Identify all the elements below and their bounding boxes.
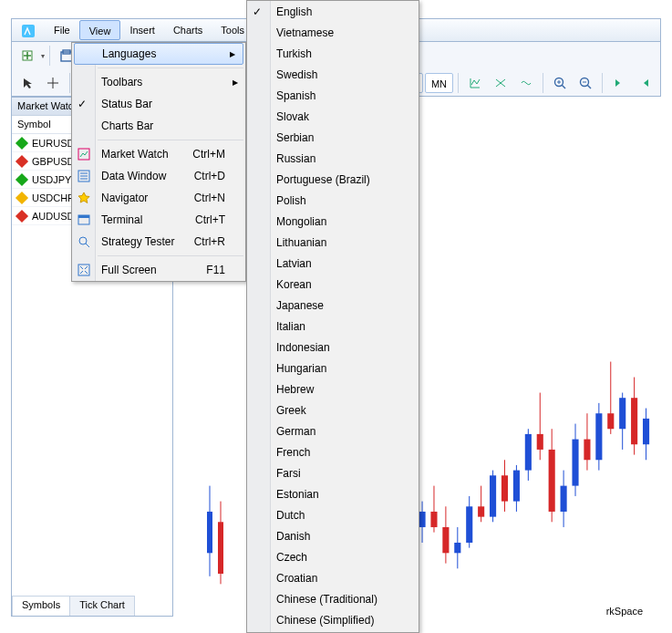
indicator-button-2[interactable]	[489, 72, 512, 94]
indicator-button-1[interactable]	[463, 72, 487, 94]
view-menu-charts-bar[interactable]: Charts Bar	[72, 115, 245, 137]
language-greek[interactable]: Greek	[247, 400, 419, 420]
language-label: Italian	[276, 320, 305, 333]
language-french[interactable]: French	[247, 441, 419, 462]
market-watch-tabs: SymbolsTick Chart	[12, 596, 172, 616]
menu-item-label: Strategy Tester	[101, 235, 174, 248]
language-swedish[interactable]: Swedish	[247, 64, 419, 85]
market-watch-tab-tick-chart[interactable]: Tick Chart	[69, 596, 135, 616]
svg-rect-39	[584, 440, 590, 461]
menu-insert[interactable]: Insert	[120, 19, 164, 41]
menu-item-label: Terminal	[101, 213, 142, 226]
language-lithuanian[interactable]: Lithuanian	[247, 232, 419, 253]
menu-separator	[98, 140, 243, 140]
menu-item-label: Charts Bar	[101, 119, 153, 132]
language-russian[interactable]: Russian	[247, 148, 419, 169]
language-italian[interactable]: Italian	[247, 316, 419, 337]
language-vietnamese[interactable]: Vietnamese	[247, 22, 419, 43]
svg-rect-43	[607, 413, 614, 429]
view-menu-market-watch[interactable]: Market WatchCtrl+M	[72, 143, 245, 165]
svg-rect-31	[537, 434, 543, 450]
language-slovak[interactable]: Slovak	[247, 106, 419, 127]
language-label: Japanese	[276, 299, 324, 312]
symbol-label: GBPUSD	[32, 156, 74, 167]
menu-separator	[98, 255, 243, 256]
shortcut-label: Ctrl+R	[194, 235, 225, 248]
zoom-out-button[interactable]	[574, 72, 597, 94]
shortcut-label: Ctrl+M	[192, 148, 225, 161]
menu-view[interactable]: View	[79, 20, 121, 40]
view-menu-status-bar[interactable]: ✓Status Bar	[72, 93, 245, 115]
language-indonesian[interactable]: Indonesian	[247, 337, 419, 358]
view-menu-languages[interactable]: Languages▶	[74, 43, 243, 65]
crosshair-tool[interactable]	[41, 72, 65, 94]
shortcut-label: Ctrl+T	[195, 213, 225, 226]
language-croatian[interactable]: Croatian	[247, 567, 419, 588]
language-chinese-simplified-[interactable]: Chinese (Simplified)	[247, 609, 419, 630]
language-portuguese-brazil-[interactable]: Portuguese (Brazil)	[247, 169, 419, 190]
view-menu-terminal[interactable]: TerminalCtrl+T	[72, 209, 245, 231]
step-back-button[interactable]	[607, 72, 631, 94]
language-german[interactable]: German	[247, 420, 419, 441]
cursor-tool[interactable]	[16, 72, 39, 94]
language-farsi[interactable]: Farsi	[247, 462, 419, 483]
language-english[interactable]: ✓English	[247, 1, 419, 22]
status-fragment: rkSpace	[606, 606, 643, 617]
language-dutch[interactable]: Dutch	[247, 504, 419, 525]
language-estonian[interactable]: Estonian	[247, 483, 419, 504]
view-menu-dropdown: Languages▶Toolbars▶✓Status BarCharts Bar…	[71, 42, 246, 282]
language-label: Korean	[276, 278, 312, 291]
language-japanese[interactable]: Japanese	[247, 295, 419, 316]
language-label: Swedish	[276, 68, 317, 81]
menu-item-label: Navigator	[101, 192, 148, 204]
term-icon	[77, 213, 91, 227]
view-menu-data-window[interactable]: Data WindowCtrl+D	[72, 165, 245, 187]
language-label: Mongolian	[276, 215, 326, 228]
new-chart-button[interactable]	[16, 45, 39, 67]
indicator-button-3[interactable]	[514, 72, 538, 94]
language-spanish[interactable]: Spanish	[247, 85, 419, 106]
menu-file[interactable]: File	[45, 19, 79, 41]
svg-rect-19	[466, 506, 472, 543]
submenu-arrow-icon: ▶	[230, 50, 235, 58]
language-chinese-traditional-[interactable]: Chinese (Traditional)	[247, 588, 419, 609]
language-label: German	[276, 425, 315, 438]
language-label: Hebrew	[276, 383, 314, 396]
language-czech[interactable]: Czech	[247, 546, 419, 567]
language-label: French	[276, 446, 310, 459]
language-label: Slovak	[276, 110, 309, 123]
view-menu-strategy-tester[interactable]: Strategy TesterCtrl+R	[72, 231, 245, 253]
svg-rect-37	[572, 440, 578, 486]
svg-rect-53	[218, 522, 223, 574]
view-menu-navigator[interactable]: NavigatorCtrl+N	[72, 187, 245, 209]
language-polish[interactable]: Polish	[247, 190, 419, 211]
language-hebrew[interactable]: Hebrew	[247, 379, 419, 400]
language-label: Chinese (Simplified)	[276, 614, 374, 627]
hold-arrow-icon	[16, 191, 28, 203]
language-mongolian[interactable]: Mongolian	[247, 211, 419, 232]
view-menu-toolbars[interactable]: Toolbars▶	[72, 71, 245, 93]
zoom-in-button[interactable]	[548, 72, 572, 94]
up-arrow-icon	[16, 172, 28, 185]
language-turkish[interactable]: Turkish	[247, 43, 419, 64]
market-watch-tab-symbols[interactable]: Symbols	[12, 596, 70, 616]
menu-charts[interactable]: Charts	[164, 19, 212, 41]
svg-rect-51	[207, 512, 212, 553]
data-icon	[77, 169, 91, 183]
view-menu-full-screen[interactable]: Full ScreenF11	[72, 259, 245, 281]
step-forward-button[interactable]	[633, 72, 656, 94]
svg-rect-41	[595, 413, 602, 460]
language-korean[interactable]: Korean	[247, 274, 419, 295]
language-danish[interactable]: Danish	[247, 525, 419, 546]
language-label: Indonesian	[276, 341, 330, 354]
language-label: Danish	[276, 530, 310, 543]
timeframe-mn[interactable]: MN	[425, 73, 453, 93]
down-arrow-icon	[16, 209, 28, 222]
language-latvian[interactable]: Latvian	[247, 253, 419, 274]
symbol-label: AUDUSD	[32, 211, 74, 222]
menu-item-label: Market Watch	[101, 148, 169, 161]
svg-rect-57	[78, 215, 89, 218]
svg-rect-33	[549, 450, 555, 512]
language-serbian[interactable]: Serbian	[247, 127, 419, 148]
language-hungarian[interactable]: Hungarian	[247, 358, 419, 379]
